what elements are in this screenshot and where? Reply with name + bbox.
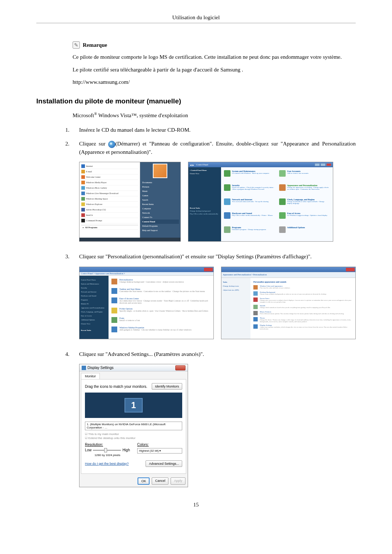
windows-start-icon [108, 141, 115, 148]
close-icon [326, 163, 331, 166]
step-text-2: Cliquez sur (Démarrer) et "Panneau de co… [79, 140, 356, 156]
screenshot-row-2: Control Panel > Appearance and Personali… [79, 267, 356, 339]
section-title: Installation du pilote de moniteur (manu… [36, 97, 356, 105]
step-text-4: Cliquez sur "Advanced Settings... (Param… [79, 350, 356, 358]
start-menu-left: Internet E-mail Welcome Center Windows M… [79, 162, 140, 241]
ds-title-text: Display Settings [87, 366, 114, 370]
ds-colors-label: Colors: [137, 443, 182, 447]
advanced-settings-button: Advanced Settings... [146, 460, 182, 467]
subtitle-suffix: , système d'exploitation [136, 112, 188, 118]
ds-resolution-label: Resolution: [85, 443, 130, 447]
screenshot-control-panel: ◀ ▶ Control Panel • Control Panel Home C… [188, 162, 333, 242]
identify-monitors-button: Identify Monitors [152, 383, 182, 390]
note-icon: ✎ [73, 41, 80, 49]
ds-monitor-dropdown: 1. (Multiple Monitors) on NVIDIA GeForce… [85, 422, 182, 430]
subtitle-mid: Windows Vista™ [97, 112, 136, 118]
maximize-icon [320, 163, 326, 166]
step-2a: Cliquez sur [79, 141, 108, 147]
ok-button: OK [138, 477, 150, 485]
cp-main: System and MaintenanceGet started with W… [221, 167, 333, 241]
step-num-4: 4. [65, 350, 79, 358]
step-4: 4. Cliquez sur "Advanced Settings... (Pa… [65, 350, 356, 358]
step-2b: (Démarrer) et "Panneau de configuration"… [79, 141, 356, 155]
step-num-3: 3. [65, 253, 79, 261]
note-text-2: Le pilote certifié sera téléchargeable à… [73, 66, 356, 74]
subtitle: Microsoft® Windows Vista™, système d'exp… [73, 112, 356, 119]
screenshot-row-1: Internet E-mail Welcome Center Windows M… [79, 162, 356, 242]
cp-titlebar: ◀ ▶ Control Panel [188, 162, 333, 167]
note-title: Remarque [83, 42, 107, 48]
personalization-main: Personalize appearance and sounds Window… [250, 278, 355, 339]
note-text-1: Ce pilote de moniteur comporte le logo M… [73, 53, 356, 61]
screenshot-personalization: Appearance and Personalization > Persona… [221, 267, 356, 339]
minimize-icon [315, 163, 320, 166]
note-url: http://www.samsung.com/ [73, 78, 356, 86]
ds-checkbox-main: ☑ This is my main monitor [85, 432, 182, 436]
step-2: 2. Cliquez sur (Démarrer) et "Panneau de… [65, 140, 356, 156]
step-3: 3. Cliquez sur "Personalization (personn… [65, 253, 356, 261]
ds-monitor-area: 1 [85, 393, 182, 418]
ds-titlebar: Display Settings [79, 364, 188, 372]
ds-resolution-value: 1280 by 1024 pixels [85, 454, 130, 457]
ds-colors-select: Highest (32 bit) ▾ [137, 448, 182, 454]
step-num-2: 2. [65, 140, 79, 156]
personalization-sidebar: TasksChange desktop iconsAdjust font siz… [221, 278, 250, 339]
subtitle-prefix: Microsoft [73, 112, 94, 118]
screenshot-display-settings: Display Settings Monitor Drag the icons … [79, 364, 188, 487]
ds-instruction: Drag the icons to match your monitors. [85, 385, 147, 389]
screenshot-appearance: Control Panel > Appearance and Personali… [79, 267, 214, 339]
close-icon [175, 365, 185, 370]
screenshot-start-menu: Internet E-mail Welcome Center Windows M… [79, 162, 181, 242]
ds-monitor-icon: 1 [124, 398, 143, 413]
ds-help-link: How do I get the best display? [85, 462, 129, 465]
step-num-1: 1. [65, 126, 79, 134]
step-text-1: Insérez le CD du manuel dans le lecteur … [79, 126, 356, 134]
step-1: 1. Insérez le CD du manuel dans le lecte… [65, 126, 356, 134]
window-icon [82, 366, 86, 370]
page-header: Utilisation du logiciel [36, 15, 356, 23]
ds-resolution-slider: Low High [85, 448, 130, 452]
cp-sidebar: • Control Panel Home Classic View Recent… [188, 167, 221, 241]
page-number: 15 [36, 502, 356, 508]
apply-button: Apply [171, 477, 185, 485]
cancel-button: Cancel [152, 477, 168, 485]
ds-tab-monitor: Monitor [81, 373, 100, 379]
appearance-sidebar: Control Panel HomeSystem and Maintenance… [79, 276, 109, 339]
note-block: ✎ Remarque Ce pilote de moniteur comport… [73, 41, 356, 86]
appearance-main: PersonalizationChange desktop background… [109, 276, 213, 339]
step-text-3: Cliquez sur "Personalization (personnali… [79, 253, 356, 261]
user-picture [153, 164, 167, 178]
start-menu-right: Documents Pictures Music Games Search Re… [140, 162, 180, 241]
ds-checkbox-extend: ☑ Extend the desktop onto this monitor [85, 436, 182, 440]
